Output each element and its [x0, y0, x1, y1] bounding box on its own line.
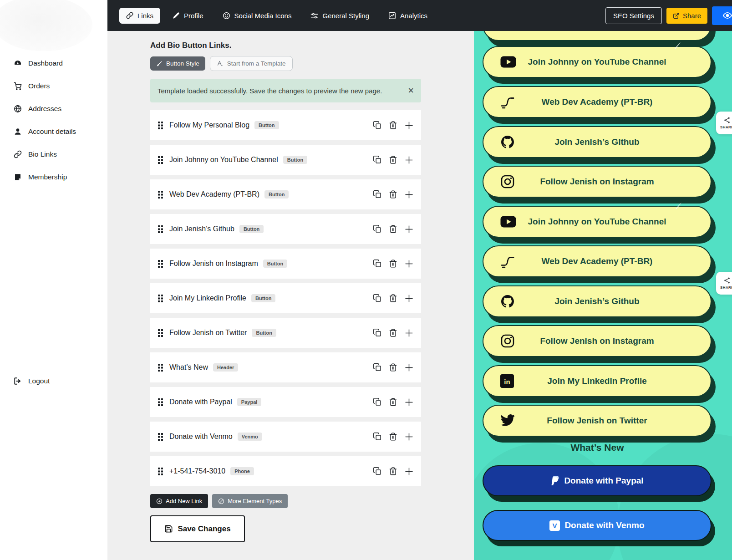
add-below-icon[interactable]: [404, 190, 414, 199]
add-below-icon[interactable]: [404, 363, 414, 372]
link-title: Follow My Personal Blog: [169, 121, 249, 129]
drag-handle-icon[interactable]: [158, 225, 163, 234]
add-new-link-button[interactable]: Add New Link: [150, 494, 208, 508]
drag-handle-icon[interactable]: [158, 398, 163, 407]
logout-icon: [14, 377, 22, 385]
drag-handle-icon[interactable]: [158, 467, 163, 476]
preview-link-button[interactable]: Web Dev Academy (PT-BR): [483, 245, 712, 277]
preview-link-button[interactable]: Join Jenish’s Github: [483, 285, 712, 317]
drag-handle-icon[interactable]: [158, 156, 163, 164]
preview-link-button[interactable]: Web Dev Academy (PT-BR): [483, 86, 712, 118]
start-from-template-button[interactable]: Start from a Template: [210, 56, 293, 71]
trash-icon[interactable]: [389, 397, 397, 407]
drag-handle-icon[interactable]: [158, 121, 163, 130]
add-below-icon[interactable]: [404, 328, 414, 338]
share-page-widget[interactable]: SHARE: [716, 272, 732, 295]
add-below-icon[interactable]: [404, 224, 414, 234]
row-actions: [373, 432, 414, 442]
preview-link-button[interactable]: Join Jenish’s Github: [483, 126, 712, 158]
alert-close-icon[interactable]: ×: [408, 86, 414, 96]
trash-icon[interactable]: [389, 190, 397, 199]
copy-icon[interactable]: [373, 259, 382, 268]
sparkle-decoration: [674, 42, 681, 49]
sidebar-item-addresses[interactable]: Addresses: [0, 97, 107, 120]
copy-icon[interactable]: [373, 121, 382, 130]
link-icon: [14, 150, 22, 158]
preview-link-label: Join Jenish’s Github: [554, 296, 639, 306]
svg-text:in: in: [504, 378, 510, 386]
row-actions: [373, 224, 414, 234]
copy-icon[interactable]: [373, 397, 382, 407]
link-title: Follow Jenish on Twitter: [169, 329, 247, 337]
trash-icon[interactable]: [389, 467, 397, 476]
drag-handle-icon[interactable]: [158, 329, 163, 337]
link-title: Join My Linkedin Profile: [169, 294, 246, 302]
trash-icon[interactable]: [389, 294, 397, 303]
button-style-label: Button Style: [166, 60, 199, 67]
sidebar-item-dashboard[interactable]: Dashboard: [0, 52, 107, 75]
trash-icon[interactable]: [389, 432, 397, 441]
trash-icon[interactable]: [389, 363, 397, 372]
drag-handle-icon[interactable]: [158, 260, 163, 268]
add-below-icon[interactable]: [404, 259, 414, 269]
preview-link-button[interactable]: Join Johnny on YouTube Channel: [483, 206, 712, 238]
preview-eye-button[interactable]: [712, 6, 732, 25]
link-rows-list: Follow My Personal Blog Button Join John…: [150, 110, 421, 486]
add-below-icon[interactable]: [404, 397, 414, 407]
more-element-types-button[interactable]: More Element Types: [212, 494, 288, 508]
link-icon: [126, 12, 133, 19]
copy-icon[interactable]: [373, 224, 382, 234]
copy-icon[interactable]: [373, 363, 382, 372]
add-below-icon[interactable]: [404, 155, 414, 165]
drag-handle-icon[interactable]: [158, 363, 163, 372]
trash-icon[interactable]: [389, 328, 397, 337]
trash-icon[interactable]: [389, 155, 397, 164]
save-changes-button[interactable]: Save Changes: [150, 515, 245, 542]
plus-circle-icon: [156, 498, 163, 504]
link-title: +1-541-754-3010: [169, 467, 225, 475]
tab-profile[interactable]: Profile: [166, 8, 210, 24]
link-row: Donate with Venmo Venmo: [150, 422, 421, 452]
drag-handle-icon[interactable]: [158, 294, 163, 303]
preview-link-button[interactable]: Follow Jenish on Twitter: [483, 405, 712, 437]
sidebar-item-bio-links[interactable]: Bio Links: [0, 143, 107, 166]
drag-handle-icon[interactable]: [158, 190, 163, 199]
tab-links[interactable]: Links: [119, 8, 160, 24]
tab-analytics[interactable]: Analytics: [381, 8, 434, 24]
trash-icon[interactable]: [389, 121, 397, 130]
seo-settings-button[interactable]: SEO Settings: [605, 7, 662, 24]
tab-social-media-icons[interactable]: Social Media Icons: [216, 8, 299, 24]
preview-link-button[interactable]: in Join My Linkedin Profile: [483, 365, 712, 397]
sidebar-item-account-details[interactable]: Account details: [0, 120, 107, 143]
sidebar-item-logout[interactable]: Logout: [0, 370, 50, 392]
copy-icon[interactable]: [373, 467, 382, 476]
share-page-widget[interactable]: SHARE: [716, 112, 732, 134]
tab-general-styling[interactable]: General Styling: [304, 8, 376, 24]
donate-paypal-button[interactable]: Donate with Paypal: [483, 465, 712, 496]
preview-link-button[interactable]: Follow Jenish on Instagram: [483, 166, 712, 198]
user-icon: [14, 127, 22, 136]
copy-icon[interactable]: [373, 328, 382, 337]
copy-icon[interactable]: [373, 190, 382, 199]
add-below-icon[interactable]: [404, 432, 414, 442]
preview-link-button[interactable]: Join Johnny on YouTube Channel: [483, 46, 712, 78]
add-below-icon[interactable]: [404, 467, 414, 476]
link-title: Follow Jenish on Instagram: [169, 260, 258, 268]
trash-icon[interactable]: [389, 224, 397, 234]
copy-icon[interactable]: [373, 432, 382, 441]
donate-venmo-button[interactable]: V Donate with Venmo: [483, 510, 712, 541]
add-below-icon[interactable]: [404, 294, 414, 303]
copy-icon[interactable]: [373, 155, 382, 164]
preview-link-button[interactable]: [483, 31, 712, 41]
preview-link-button[interactable]: Follow Jenish on Instagram: [483, 325, 712, 357]
row-actions: [373, 328, 414, 338]
button-style-button[interactable]: Button Style: [150, 56, 205, 71]
sidebar-item-membership[interactable]: Membership: [0, 166, 107, 188]
trash-icon[interactable]: [389, 259, 397, 268]
add-below-icon[interactable]: [404, 121, 414, 130]
copy-icon[interactable]: [373, 294, 382, 303]
drag-handle-icon[interactable]: [158, 433, 163, 441]
share-button[interactable]: Share: [666, 8, 707, 24]
link-row: Follow My Personal Blog Button: [150, 110, 421, 140]
sidebar-item-orders[interactable]: Orders: [0, 75, 107, 97]
